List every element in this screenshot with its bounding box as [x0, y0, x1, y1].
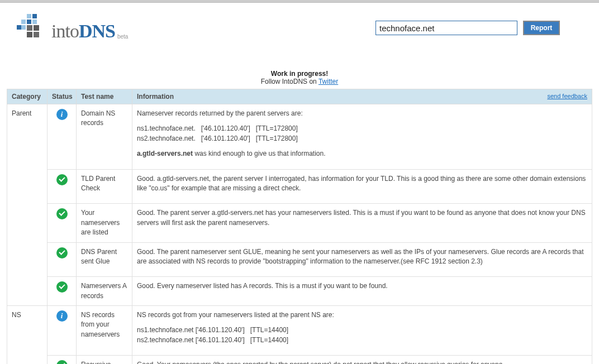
search-form: Report [375, 21, 560, 35]
info-line: Good. The parent nameserver sent GLUE, m… [137, 247, 587, 267]
info-line: ns1.technoface.net ['46.101.120.40'] [TT… [137, 325, 587, 345]
check-icon [56, 360, 68, 364]
header: intoDNS beta Report [0, 3, 599, 47]
check-icon [56, 174, 68, 185]
category-cell: NS [7, 306, 47, 364]
send-feedback-link[interactable]: send feedback [547, 93, 587, 99]
work-in-progress-notice: Work in progress! Follow IntoDNS on Twit… [0, 70, 599, 85]
col-test: Test name [77, 89, 132, 104]
test-name-cell: NS records from your nameservers [77, 306, 132, 356]
info-icon [56, 310, 68, 322]
logo[interactable]: intoDNS beta [17, 14, 128, 42]
test-name-cell: DNS Parent sent Glue [77, 242, 132, 277]
status-cell [47, 204, 77, 242]
table-row: DNS Parent sent GlueGood. The parent nam… [7, 242, 592, 277]
col-category: Category [7, 89, 47, 104]
table-row: ParentDomain NS recordsNameserver record… [7, 104, 592, 170]
info-line: Good. The parent server a.gtld-servers.n… [137, 208, 587, 228]
info-line: Good. a.gtld-servers.net, the parent ser… [137, 174, 587, 194]
information-cell: Good. The parent nameserver sent GLUE, m… [132, 242, 592, 277]
info-line: Nameserver records returned by the paren… [137, 109, 587, 118]
status-cell [47, 242, 77, 277]
status-cell [47, 306, 77, 356]
information-cell: Nameserver records returned by the paren… [132, 104, 592, 170]
status-cell [47, 104, 77, 170]
test-name-cell: Nameservers A records [77, 277, 132, 306]
table-row: TLD Parent CheckGood. a.gtld-servers.net… [7, 169, 592, 204]
status-cell [47, 277, 77, 306]
info-line: NS records got from your nameservers lis… [137, 310, 587, 320]
twitter-link[interactable]: Twitter [318, 78, 338, 85]
table-row: Recursive QueriesGood. Your nameservers … [7, 356, 592, 364]
logo-mark-icon [17, 14, 48, 42]
logo-beta-label: beta [117, 33, 128, 40]
info-line: ns1.technoface.net. ['46.101.120.40'] [T… [137, 124, 587, 143]
table-row: NSNS records from your nameserversNS rec… [7, 306, 592, 356]
results-table: Category Status Test name Information se… [7, 89, 592, 364]
information-cell: NS records got from your nameservers lis… [132, 306, 592, 356]
information-cell: Good. Your nameservers (the ones reporte… [132, 356, 592, 364]
check-icon [56, 247, 68, 258]
col-status: Status [47, 89, 77, 104]
check-icon [56, 281, 68, 293]
check-icon [56, 208, 68, 219]
status-cell [47, 169, 77, 204]
information-cell: Good. a.gtld-servers.net, the parent ser… [132, 169, 592, 204]
info-line: Good. Every nameserver listed has A reco… [137, 281, 587, 291]
info-line: a.gtld-servers.net was kind enough to gi… [137, 149, 587, 159]
table-row: Nameservers A recordsGood. Every nameser… [7, 277, 592, 306]
information-cell: Good. Every nameserver listed has A reco… [132, 277, 592, 306]
report-button[interactable]: Report [523, 21, 560, 35]
table-row: Your nameservers are listedGood. The par… [7, 204, 592, 242]
logo-text: intoDNS [51, 21, 115, 42]
test-name-cell: Recursive Queries [77, 356, 132, 364]
test-name-cell: Domain NS records [77, 104, 132, 170]
domain-input[interactable] [375, 21, 517, 35]
col-information: Information send feedback [132, 89, 592, 104]
category-cell: Parent [7, 104, 47, 306]
info-line: Good. Your nameservers (the ones reporte… [137, 360, 587, 364]
info-icon [56, 109, 68, 120]
test-name-cell: Your nameservers are listed [77, 204, 132, 242]
status-cell [47, 356, 77, 364]
information-cell: Good. The parent server a.gtld-servers.n… [132, 204, 592, 242]
test-name-cell: TLD Parent Check [77, 169, 132, 204]
